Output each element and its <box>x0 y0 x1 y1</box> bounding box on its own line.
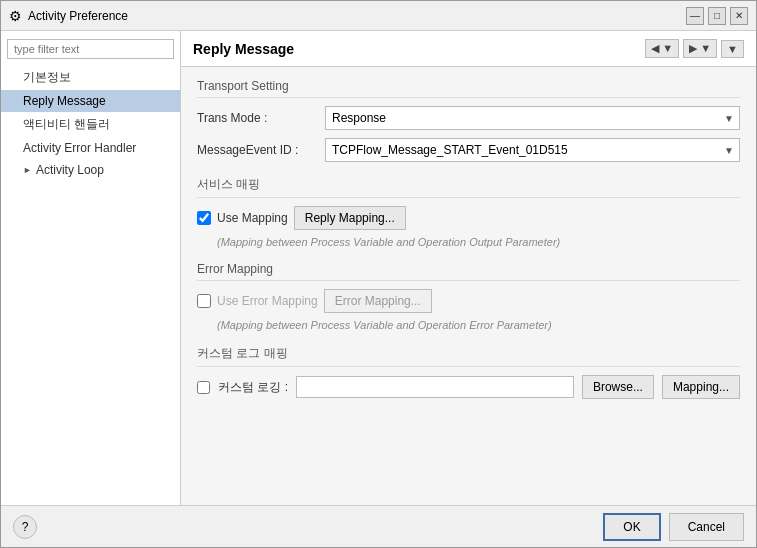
message-event-select[interactable]: TCPFlow_Message_START_Event_01D515 <box>325 138 740 162</box>
main-content: 기본정보 Reply Message 액티비티 핸들러 Activity Err… <box>1 31 756 505</box>
use-mapping-label: Use Mapping <box>217 211 288 225</box>
close-button[interactable]: ✕ <box>730 7 748 25</box>
transport-section: Transport Setting Trans Mode : Response … <box>197 79 740 162</box>
error-mapping-info: (Mapping between Process Variable and Op… <box>197 319 740 331</box>
minimize-button[interactable]: — <box>686 7 704 25</box>
message-event-label: MessageEvent ID : <box>197 143 317 157</box>
footer: ? OK Cancel <box>1 505 756 547</box>
error-mapping-section: Error Mapping Use Error Mapping Error Ma… <box>197 262 740 331</box>
use-error-mapping-checkbox[interactable] <box>197 294 211 308</box>
use-error-mapping-row: Use Error Mapping Error Mapping... <box>197 289 740 313</box>
footer-buttons: OK Cancel <box>603 513 744 541</box>
use-mapping-row: Use Mapping Reply Mapping... <box>197 206 740 230</box>
browse-button[interactable]: Browse... <box>582 375 654 399</box>
message-event-select-wrapper: TCPFlow_Message_START_Event_01D515 ▼ <box>325 138 740 162</box>
sidebar-item-loop[interactable]: ► Activity Loop <box>1 159 180 181</box>
trans-mode-select[interactable]: Response Request One-way <box>325 106 740 130</box>
chevron-right-icon: ► <box>23 165 32 175</box>
help-button[interactable]: ? <box>13 515 37 539</box>
filter-input[interactable] <box>7 39 174 59</box>
panel-header: Reply Message ◀ ▼ ▶ ▼ ▼ <box>181 31 756 67</box>
custom-log-input[interactable] <box>296 376 574 398</box>
nav-forward-button[interactable]: ▶ ▼ <box>683 39 717 58</box>
error-mapping-section-label: Error Mapping <box>197 262 740 281</box>
custom-log-section: 커스텀 로그 매핑 커스텀 로깅 : Browse... Mapping... <box>197 345 740 399</box>
trans-mode-select-wrapper: Response Request One-way ▼ <box>325 106 740 130</box>
right-panel: Reply Message ◀ ▼ ▶ ▼ ▼ Transport Settin… <box>181 31 756 505</box>
service-mapping-label: 서비스 매핑 <box>197 176 740 198</box>
cancel-button[interactable]: Cancel <box>669 513 744 541</box>
sidebar-item-reply-label: Reply Message <box>23 94 106 108</box>
sidebar: 기본정보 Reply Message 액티비티 핸들러 Activity Err… <box>1 31 181 505</box>
sidebar-item-activity-label: 액티비티 핸들러 <box>23 116 110 133</box>
ok-button[interactable]: OK <box>603 513 660 541</box>
panel-body: Transport Setting Trans Mode : Response … <box>181 67 756 505</box>
sidebar-item-loop-label: Activity Loop <box>36 163 104 177</box>
main-window: ⚙ Activity Preference — □ ✕ 기본정보 Reply M… <box>0 0 757 548</box>
message-event-row: MessageEvent ID : TCPFlow_Message_START_… <box>197 138 740 162</box>
custom-log-section-label: 커스텀 로그 매핑 <box>197 345 740 367</box>
sidebar-item-basic[interactable]: 기본정보 <box>1 65 180 90</box>
maximize-button[interactable]: □ <box>708 7 726 25</box>
sidebar-item-reply[interactable]: Reply Message <box>1 90 180 112</box>
custom-log-checkbox[interactable] <box>197 381 210 394</box>
nav-dropdown-button[interactable]: ▼ <box>721 40 744 58</box>
custom-log-row: 커스텀 로깅 : Browse... Mapping... <box>197 375 740 399</box>
sidebar-item-error-handler[interactable]: Activity Error Handler <box>1 137 180 159</box>
sidebar-item-error-handler-label: Activity Error Handler <box>23 141 136 155</box>
panel-title: Reply Message <box>193 41 294 57</box>
service-mapping-section: 서비스 매핑 Use Mapping Reply Mapping... (Map… <box>197 176 740 248</box>
window-icon: ⚙ <box>9 8 22 24</box>
title-bar: ⚙ Activity Preference — □ ✕ <box>1 1 756 31</box>
panel-nav: ◀ ▼ ▶ ▼ ▼ <box>645 39 744 58</box>
reply-mapping-button[interactable]: Reply Mapping... <box>294 206 406 230</box>
title-bar-controls: — □ ✕ <box>686 7 748 25</box>
custom-log-label: 커스텀 로깅 : <box>218 379 288 396</box>
sidebar-item-basic-label: 기본정보 <box>23 69 71 86</box>
custom-mapping-button[interactable]: Mapping... <box>662 375 740 399</box>
nav-back-button[interactable]: ◀ ▼ <box>645 39 679 58</box>
use-mapping-checkbox[interactable] <box>197 211 211 225</box>
use-error-mapping-label: Use Error Mapping <box>217 294 318 308</box>
trans-mode-label: Trans Mode : <box>197 111 317 125</box>
transport-section-label: Transport Setting <box>197 79 740 98</box>
title-bar-left: ⚙ Activity Preference <box>9 8 128 24</box>
window-title: Activity Preference <box>28 9 128 23</box>
service-mapping-info: (Mapping between Process Variable and Op… <box>197 236 740 248</box>
error-mapping-button[interactable]: Error Mapping... <box>324 289 432 313</box>
trans-mode-row: Trans Mode : Response Request One-way ▼ <box>197 106 740 130</box>
sidebar-item-activity[interactable]: 액티비티 핸들러 <box>1 112 180 137</box>
